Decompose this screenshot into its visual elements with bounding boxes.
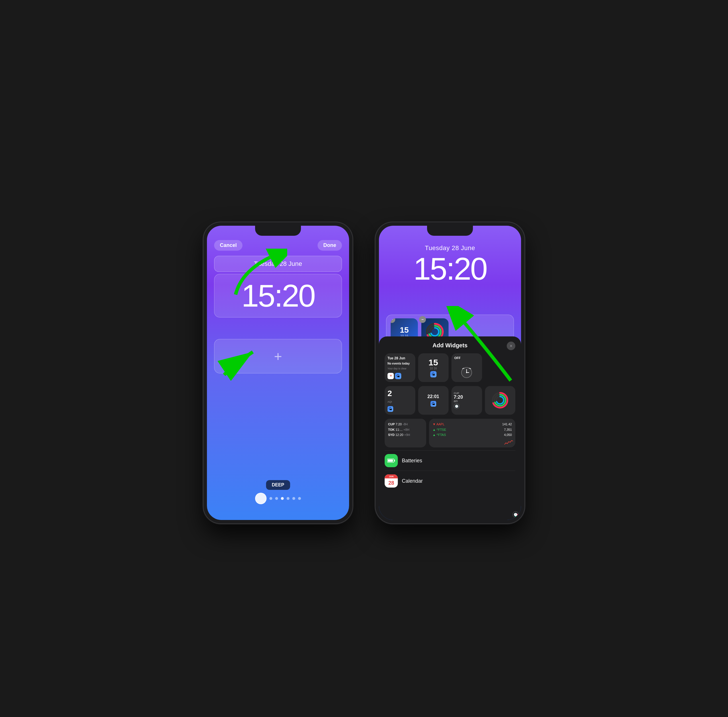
clock-number: 15 — [400, 326, 409, 334]
clock-large-sub: 10 16 — [429, 367, 437, 370]
panel-title: Add Widgets — [433, 342, 468, 349]
phone1-screen: Cancel Done Tuesday 28 June 15:20 + — [207, 226, 349, 520]
remove-activity-widget[interactable]: − — [419, 316, 426, 323]
remove-clock-widget[interactable]: − — [391, 318, 395, 323]
dot-selected — [255, 493, 267, 504]
batteries-label: Batteries — [402, 458, 422, 464]
dot-6 — [298, 497, 301, 500]
panel-header: Add Widgets × — [385, 342, 515, 349]
cup-ampm: am — [454, 400, 480, 403]
weather-icon2: 🌤 — [430, 371, 437, 377]
worldclock-stocks-widget[interactable]: CUP 7:20 -8H TOK 11:... +8H SYD 12:20 +9… — [385, 419, 426, 447]
alarm-off-label: OFF — [454, 356, 461, 360]
time-display: 15:20 — [220, 280, 336, 311]
worldclock-icon: 🌤 — [431, 401, 436, 407]
cal-clear: Your day is clear — [387, 367, 413, 370]
cal-header: JUN — [385, 474, 398, 478]
notch-1 — [255, 226, 301, 236]
cup-clock-icon: 🕐 — [454, 403, 460, 409]
aqi-label: AQI — [387, 400, 413, 403]
clock-icons: 🌤 — [430, 371, 437, 377]
stocks-names: ▼ AAPL ▲ ^FTSE ▲ ^FTAS — [433, 422, 446, 438]
date-box[interactable]: Tuesday 28 June — [214, 256, 342, 272]
cal-icons: 📅 🌤 — [387, 373, 413, 379]
cal-date: Tue 28 Jun — [387, 356, 413, 360]
add-widget-icon: + — [274, 348, 282, 364]
dot-5 — [292, 497, 295, 500]
worldclock-globe-icon: 🕐 — [512, 511, 519, 518]
batteries-icon — [385, 454, 398, 467]
activity-widget-card[interactable] — [485, 386, 516, 415]
alarm-clock-face — [460, 365, 474, 379]
worldclock-cities: CUP 7:20 -8H TOK 11:... +8H SYD 12:20 +9… — [388, 422, 423, 438]
cup-label: CUP — [454, 392, 480, 395]
done-button[interactable]: Done — [318, 240, 342, 251]
stocks-chart-icon — [504, 439, 513, 445]
phone-1: Cancel Done Tuesday 28 June 15:20 + — [204, 222, 353, 523]
phone-2: Tuesday 28 June 15:20 − 15 10 16 — [375, 222, 524, 523]
cal-no-events: No events today — [387, 362, 413, 365]
cup-time: 7:20 — [454, 395, 480, 400]
close-button[interactable]: × — [507, 342, 515, 350]
phone2-screen: Tuesday 28 June 15:20 − 15 10 16 — [379, 226, 521, 520]
calendar-app-item[interactable]: JUN 28 Calendar — [385, 471, 515, 491]
page-dots — [255, 493, 301, 504]
calendar-icon: JUN 28 — [385, 474, 398, 488]
aqi-value: 2 — [387, 389, 413, 398]
dot-4 — [286, 497, 289, 500]
worldclock-widget-card[interactable]: 22:01 🌤 — [418, 386, 449, 415]
stocks-values: 141.42 7,351 4,050 — [502, 422, 512, 438]
notch-2 — [427, 226, 473, 236]
widget-add-box[interactable]: + — [214, 339, 342, 374]
weather-app-icon: 🌤 — [395, 373, 401, 379]
phone2-time: 15:20 — [379, 253, 521, 285]
worldclock-time: 22:01 — [427, 394, 439, 399]
stocks-row: CUP 7:20 -8H TOK 11:... +8H SYD 12:20 +9… — [385, 419, 515, 447]
cup-widget-card[interactable]: CUP 7:20 am 🕐 — [451, 386, 482, 415]
alarm-widget-card[interactable]: OFF — [451, 353, 482, 382]
clock-number-widget[interactable]: 15 10 16 🌤 — [418, 353, 449, 382]
cancel-button[interactable]: Cancel — [214, 240, 242, 251]
activity-rings-card — [492, 392, 509, 409]
svg-point-16 — [466, 372, 467, 373]
dot-2 — [275, 497, 278, 500]
stocks-content: ▼ AAPL ▲ ^FTSE ▲ ^FTAS 141.42 7,351 4,05… — [433, 422, 512, 438]
stocks-widget[interactable]: ▼ AAPL ▲ ^FTSE ▲ ^FTAS 141.42 7,351 4,05… — [429, 419, 515, 447]
date-text: Tuesday 28 June — [254, 260, 302, 267]
svg-rect-24 — [394, 460, 395, 461]
weather-icon3: 🌤 — [387, 406, 393, 412]
calendar-label: Calendar — [402, 478, 423, 484]
app-list: Batteries JUN 28 Calendar — [385, 450, 515, 491]
svg-rect-25 — [388, 459, 393, 462]
wallpaper-label: DEEP — [266, 480, 290, 490]
cal-body: 28 — [388, 478, 394, 488]
widgets-grid-row1: Tue 28 Jun No events today Your day is c… — [385, 353, 515, 382]
clock-large-num: 15 — [428, 358, 438, 367]
aqi-widget-card[interactable]: 2 AQI 🌤 — [385, 386, 415, 415]
widgets-grid-row2: 2 AQI 🌤 22:01 🌤 CUP 7:20 — [385, 386, 515, 415]
battery-svg — [387, 458, 395, 463]
dot-1 — [270, 497, 272, 500]
time-box[interactable]: 15:20 — [214, 274, 342, 317]
calendar-app-icon: 📅 — [387, 373, 394, 379]
dot-3 — [281, 497, 284, 500]
calendar-widget-card[interactable]: Tue 28 Jun No events today Your day is c… — [385, 353, 415, 382]
batteries-app-item[interactable]: Batteries — [385, 450, 515, 471]
add-widgets-panel: Add Widgets × Tue 28 Jun No events today… — [379, 336, 521, 520]
